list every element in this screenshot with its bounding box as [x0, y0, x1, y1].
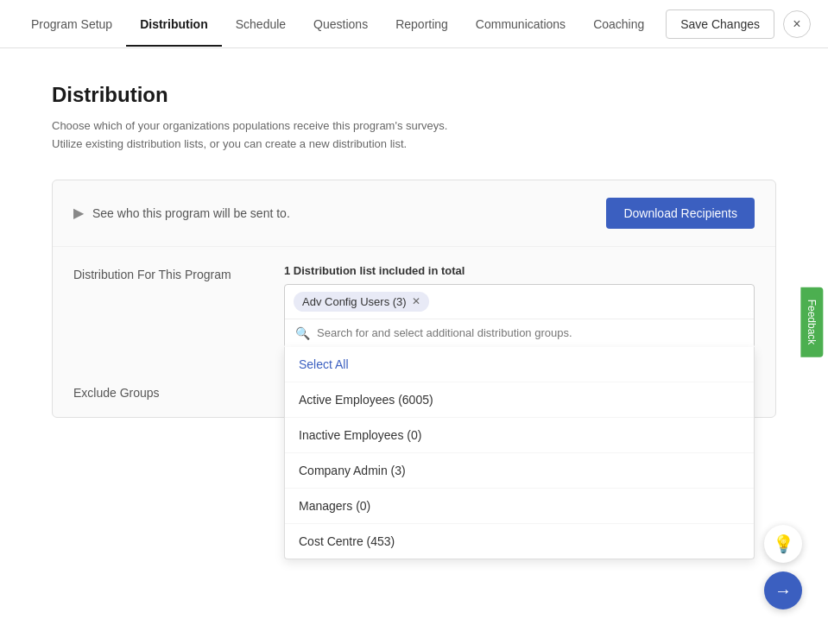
- main-content: Distribution Choose which of your organi…: [0, 48, 828, 452]
- page-subtitle: Choose which of your organizations popul…: [52, 117, 776, 154]
- header-actions: Save Changes ×: [666, 9, 811, 39]
- search-icon: 🔍: [295, 326, 310, 340]
- search-input[interactable]: [317, 326, 743, 339]
- download-row: ▶ See who this program will be sent to. …: [73, 198, 755, 229]
- header: Program SetupDistributionScheduleQuestio…: [0, 0, 828, 48]
- nav-bar: Program SetupDistributionScheduleQuestio…: [17, 2, 666, 47]
- nav-item-reporting[interactable]: Reporting: [382, 2, 462, 47]
- preview-text: See who this program will be sent to.: [92, 206, 290, 220]
- dropdown-item[interactable]: Managers (0): [285, 489, 754, 524]
- nav-item-distribution[interactable]: Distribution: [126, 2, 222, 47]
- help-fab-button[interactable]: 💡: [764, 525, 802, 563]
- dropdown-item[interactable]: Active Employees (6005): [285, 382, 754, 418]
- selected-tag: Adv Config Users (3) ✕: [294, 292, 429, 312]
- distribution-content: 1 Distribution list included in total Ad…: [284, 264, 755, 348]
- dropdown-list: Select AllActive Employees (6005)Inactiv…: [284, 347, 755, 559]
- dropdown-item[interactable]: Inactive Employees (0): [285, 418, 754, 453]
- next-fab-button[interactable]: →: [764, 571, 802, 609]
- page-title: Distribution: [52, 83, 776, 107]
- tag-remove-button[interactable]: ✕: [412, 296, 420, 306]
- distribution-for-program-row: Distribution For This Program 1 Distribu…: [53, 247, 775, 365]
- dropdown-item[interactable]: Company Admin (3): [285, 453, 754, 489]
- preview-left: ▶ See who this program will be sent to.: [73, 205, 290, 221]
- exclude-label: Exclude Groups: [73, 382, 263, 400]
- save-button[interactable]: Save Changes: [666, 9, 774, 39]
- fab-container: 💡 →: [764, 525, 802, 609]
- nav-item-schedule[interactable]: Schedule: [222, 2, 300, 47]
- dropdown-item[interactable]: Cost Centre (453): [285, 524, 754, 559]
- distribution-summary: 1 Distribution list included in total: [284, 264, 755, 277]
- distribution-label: Distribution For This Program: [73, 264, 263, 281]
- dropdown-item[interactable]: Select All: [285, 347, 754, 382]
- nav-item-communications[interactable]: Communications: [462, 2, 579, 47]
- nav-item-program-setup[interactable]: Program Setup: [17, 2, 126, 47]
- preview-section: ▶ See who this program will be sent to. …: [53, 180, 775, 247]
- send-icon: ▶: [73, 205, 84, 221]
- close-button[interactable]: ×: [783, 10, 811, 38]
- distribution-selector[interactable]: Adv Config Users (3) ✕ 🔍 Select AllActiv…: [284, 284, 755, 348]
- download-recipients-button[interactable]: Download Recipients: [606, 198, 755, 229]
- nav-item-questions[interactable]: Questions: [300, 2, 382, 47]
- feedback-tab[interactable]: Feedback: [801, 287, 824, 357]
- search-row: 🔍: [285, 319, 754, 347]
- distribution-card: ▶ See who this program will be sent to. …: [52, 180, 776, 418]
- nav-item-coaching[interactable]: Coaching: [579, 2, 658, 47]
- tag-row: Adv Config Users (3) ✕: [285, 285, 754, 319]
